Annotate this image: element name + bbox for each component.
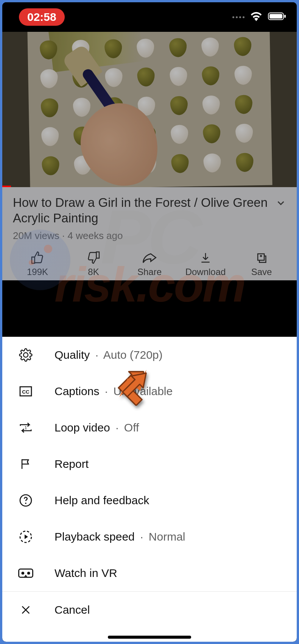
speed-icon [18, 529, 33, 544]
menu-item-vr[interactable]: Watch in VR [2, 555, 297, 591]
speed-value: Normal [149, 530, 185, 543]
menu-item-captions[interactable]: CC Captions · Unavailable [2, 373, 297, 410]
video-meta: 20M views · 4 weeks ago [13, 230, 286, 242]
flag-icon [18, 456, 33, 472]
save-label: Save [251, 267, 272, 277]
video-content [27, 32, 272, 187]
download-label: Download [185, 267, 226, 277]
share-button[interactable]: Share [129, 251, 170, 277]
dislike-button[interactable]: 8K [73, 251, 114, 277]
like-count: 199K [27, 267, 48, 277]
menu-item-loop[interactable]: 1 Loop video · Off [2, 410, 297, 446]
wifi-icon [250, 11, 263, 23]
device-frame: 02:58 [2, 2, 297, 642]
svg-point-7 [25, 503, 26, 504]
thumbs-up-icon [31, 251, 44, 264]
menu-item-speed[interactable]: Playback speed · Normal [2, 519, 297, 555]
video-player[interactable] [2, 32, 297, 187]
svg-rect-2 [284, 15, 286, 18]
upload-age: 4 weeks ago [68, 230, 123, 241]
captions-icon: CC [18, 384, 33, 399]
battery-icon [268, 12, 287, 22]
status-icons [232, 11, 287, 23]
captions-value: Unavailable [113, 385, 173, 397]
status-bar: 02:58 [2, 2, 297, 32]
menu-item-cancel[interactable]: Cancel [2, 592, 297, 628]
speed-label: Playback speed [55, 530, 135, 543]
loop-value: Off [124, 421, 139, 434]
video-info: How to Draw a Girl in the Forest / Olive… [2, 187, 297, 280]
captions-label: Captions [55, 385, 99, 397]
video-brush [50, 47, 174, 175]
report-label: Report [55, 458, 89, 470]
gear-icon [18, 347, 33, 363]
vr-label: Watch in VR [55, 567, 117, 579]
expand-description-button[interactable] [273, 195, 288, 211]
video-title[interactable]: How to Draw a Girl in the Forest / Olive… [13, 195, 273, 226]
status-recording-time: 02:58 [19, 8, 65, 26]
menu-item-quality[interactable]: Quality · Auto (720p) [2, 337, 297, 373]
svg-text:1: 1 [25, 425, 27, 430]
home-indicator[interactable] [108, 636, 191, 639]
svg-text:CC: CC [22, 389, 30, 395]
menu-item-report[interactable]: Report [2, 446, 297, 482]
download-icon [199, 251, 212, 264]
svg-point-11 [27, 572, 30, 575]
like-button[interactable]: 199K [17, 251, 58, 277]
help-icon [18, 493, 33, 508]
svg-point-10 [21, 572, 24, 575]
options-sheet: Quality · Auto (720p) CC Captions · Unav… [2, 337, 297, 642]
help-label: Help and feedback [55, 494, 149, 506]
cellular-dots-icon [232, 16, 244, 18]
save-icon [255, 251, 268, 264]
view-count: 20M views [13, 230, 59, 241]
progress-bar[interactable] [2, 186, 11, 187]
svg-rect-1 [269, 14, 282, 19]
close-icon [18, 602, 33, 617]
cancel-label: Cancel [55, 603, 90, 616]
vr-icon [18, 566, 33, 581]
loop-label: Loop video [55, 421, 110, 434]
share-label: Share [137, 267, 162, 277]
thumbs-down-icon [87, 251, 100, 264]
save-button[interactable]: Save [241, 251, 282, 277]
dislike-count: 8K [88, 267, 99, 277]
menu-item-help[interactable]: Help and feedback [2, 482, 297, 519]
video-hand [70, 93, 169, 187]
download-button[interactable]: Download [185, 251, 226, 277]
share-icon [142, 251, 157, 264]
quality-value: Auto (720p) [103, 349, 163, 361]
quality-label: Quality [55, 349, 90, 361]
loop-icon: 1 [18, 420, 33, 435]
